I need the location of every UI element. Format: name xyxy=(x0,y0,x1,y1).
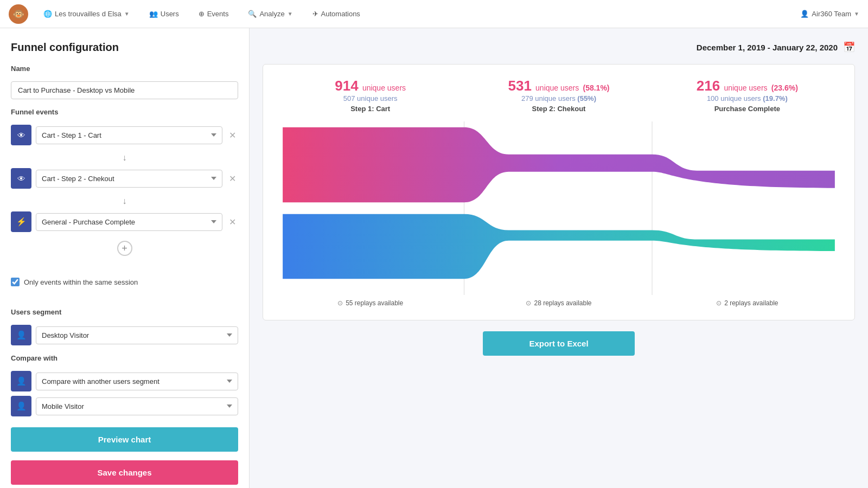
funnel-svg xyxy=(276,121,841,295)
replay-label-1: 55 replays available xyxy=(346,299,403,307)
users-segment-section: Users segment 👤 Desktop Visitor xyxy=(11,308,238,345)
save-changes-button[interactable]: Save changes xyxy=(11,460,238,485)
funnel-name-input[interactable] xyxy=(11,81,238,99)
arrow-down-1: ↓ xyxy=(11,153,238,163)
chevron-down-icon-analyze: ▼ xyxy=(288,11,293,17)
name-label: Name xyxy=(11,65,238,73)
step2-main-value: 531 unique users (58.1%) xyxy=(464,78,653,94)
main-content: December 1, 2019 - January 22, 2020 📅 91… xyxy=(250,28,868,488)
sidebar: Funnel configuration Name Funnel events … xyxy=(0,28,250,488)
step1-sub-value: 507 unique users xyxy=(276,94,464,102)
replay-item-3: ⊙ 2 replays available xyxy=(653,299,841,307)
nav-site-label: Les trouvailles d Elsa xyxy=(55,10,122,18)
app-logo: 🐵 xyxy=(9,4,28,24)
automations-icon: ✈ xyxy=(312,10,318,18)
event-select-1[interactable]: Cart - Step 1 - Cart xyxy=(36,126,222,144)
step2-sub-value: 279 unique users (55%) xyxy=(464,94,653,102)
name-section: Name xyxy=(11,65,238,99)
step3-sub-value: 100 unique users (19.7%) xyxy=(653,94,841,102)
compare-row-2: 👤 Mobile Visitor xyxy=(11,396,238,416)
step3-name: Purchase Complete xyxy=(653,105,841,113)
replay-item-1: ⊙ 55 replays available xyxy=(276,299,464,307)
replay-label-3: 2 replays available xyxy=(724,299,778,307)
navigation: 🐵 🌐 Les trouvailles d Elsa ▼ 👥 Users ⊕ E… xyxy=(0,0,868,28)
compare-select-1[interactable]: Compare with another users segment xyxy=(36,373,238,390)
same-session-row: Only events within the same session xyxy=(11,278,238,286)
step-header-2: 531 unique users (58.1%) 279 unique user… xyxy=(464,78,653,113)
compare-icon-btn-1[interactable]: 👤 xyxy=(11,371,31,391)
funnel-events-label: Funnel events xyxy=(11,108,238,116)
event-remove-1[interactable]: ✕ xyxy=(227,128,238,143)
compare-icon-btn-2[interactable]: 👤 xyxy=(11,396,31,416)
chart-card: 914 unique users 507 unique users Step 1… xyxy=(263,64,855,320)
replay-icon-1: ⊙ xyxy=(337,299,343,307)
event-row-3: ⚡ General - Purchase Complete ✕ xyxy=(11,211,238,232)
event-remove-2[interactable]: ✕ xyxy=(227,171,238,186)
nav-automations[interactable]: ✈ Automations xyxy=(308,7,365,21)
compare-select-2[interactable]: Mobile Visitor xyxy=(36,397,238,415)
analyze-icon: 🔍 xyxy=(248,10,257,18)
replay-icon-2: ⊙ xyxy=(526,299,531,307)
chevron-down-icon-user: ▼ xyxy=(854,11,859,17)
users-segment-label: Users segment xyxy=(11,308,238,316)
chevron-down-icon: ▼ xyxy=(124,11,130,17)
nav-user-label: Air360 Team xyxy=(812,10,851,18)
arrow-down-2: ↓ xyxy=(11,196,238,206)
nav-users-label: Users xyxy=(161,10,179,18)
chart-steps-header: 914 unique users 507 unique users Step 1… xyxy=(276,78,841,113)
nav-automations-label: Automations xyxy=(321,10,360,18)
funnel-events-section: Funnel events 👁 Cart - Step 1 - Cart ✕ ↓… xyxy=(11,108,238,256)
users-icon: 👥 xyxy=(149,10,158,18)
nav-user[interactable]: 👤 Air360 Team ▼ xyxy=(800,10,859,18)
same-session-label: Only events within the same session xyxy=(24,278,138,286)
nav-site[interactable]: 🌐 Les trouvailles d Elsa ▼ xyxy=(39,7,134,21)
replay-item-2: ⊙ 28 replays available xyxy=(464,299,653,307)
event-select-3[interactable]: General - Purchase Complete xyxy=(36,213,222,231)
add-event-container: + xyxy=(11,241,238,256)
same-session-checkbox[interactable] xyxy=(11,278,20,286)
step1-name: Step 1: Cart xyxy=(276,105,464,113)
user-icon: 👤 xyxy=(800,10,809,18)
replay-label-2: 28 replays available xyxy=(534,299,591,307)
date-row: December 1, 2019 - January 22, 2020 📅 xyxy=(263,41,855,53)
nav-users[interactable]: 👥 Users xyxy=(145,7,183,21)
step1-main-value: 914 unique users xyxy=(276,78,464,94)
event-row-2: 👁 Cart - Step 2 - Chekout ✕ xyxy=(11,168,238,189)
calendar-icon[interactable]: 📅 xyxy=(843,41,855,53)
replays-row: ⊙ 55 replays available ⊙ 28 replays avai… xyxy=(276,299,841,307)
nav-events-label: Events xyxy=(207,10,229,18)
event-icon-btn-2[interactable]: 👁 xyxy=(11,168,31,189)
nav-events[interactable]: ⊕ Events xyxy=(194,7,233,21)
nav-analyze-label: Analyze xyxy=(259,10,284,18)
compare-row-1: 👤 Compare with another users segment xyxy=(11,371,238,391)
event-row-1: 👁 Cart - Step 1 - Cart ✕ xyxy=(11,125,238,145)
page-title: Funnel configuration xyxy=(11,41,238,54)
add-event-button[interactable]: + xyxy=(117,241,132,256)
step3-main-value: 216 unique users (23.6%) xyxy=(653,78,841,94)
event-icon-btn-3[interactable]: ⚡ xyxy=(11,211,31,232)
events-icon: ⊕ xyxy=(199,10,205,18)
step2-name: Step 2: Chekout xyxy=(464,105,653,113)
replay-icon-3: ⊙ xyxy=(716,299,722,307)
event-icon-btn-1[interactable]: 👁 xyxy=(11,125,31,145)
segment-select[interactable]: Desktop Visitor xyxy=(36,326,238,344)
segment-icon-btn[interactable]: 👤 xyxy=(11,325,31,345)
date-range: December 1, 2019 - January 22, 2020 xyxy=(697,43,838,52)
preview-chart-button[interactable]: Preview chart xyxy=(11,427,238,452)
globe-icon: 🌐 xyxy=(43,10,52,18)
event-select-2[interactable]: Cart - Step 2 - Chekout xyxy=(36,170,222,188)
segment-row: 👤 Desktop Visitor xyxy=(11,325,238,345)
event-remove-3[interactable]: ✕ xyxy=(227,215,238,229)
funnel-chart xyxy=(276,121,841,295)
main-layout: Funnel configuration Name Funnel events … xyxy=(0,28,868,488)
nav-analyze[interactable]: 🔍 Analyze ▼ xyxy=(244,7,297,21)
step-header-3: 216 unique users (23.6%) 100 unique user… xyxy=(653,78,841,113)
step-header-1: 914 unique users 507 unique users Step 1… xyxy=(276,78,464,113)
compare-section: Compare with 👤 Compare with another user… xyxy=(11,354,238,416)
export-excel-button[interactable]: Export to Excel xyxy=(483,331,635,356)
compare-label: Compare with xyxy=(11,354,238,362)
